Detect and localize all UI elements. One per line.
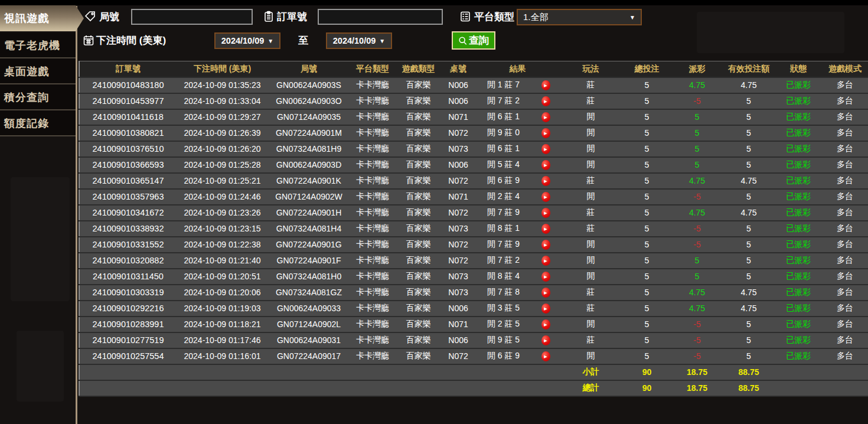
column-header-valid-bet: 有效投注額 xyxy=(722,61,775,77)
cell-bet-time: 2024-10-09 01:35:23 xyxy=(177,77,268,93)
cell-table-no: N072 xyxy=(441,348,475,364)
replay-video-icon[interactable]: ▶ xyxy=(541,240,550,250)
date-to-picker[interactable]: 2024/10/09 ▼ xyxy=(326,32,392,49)
replay-cell: ▶ xyxy=(531,77,560,93)
cell-total-bet: 5 xyxy=(622,205,672,221)
cell-valid-bet: 5 xyxy=(722,269,775,285)
replay-video-icon[interactable]: ▶ xyxy=(541,80,550,90)
replay-cell: ▶ xyxy=(531,237,560,253)
replay-video-icon[interactable]: ▶ xyxy=(541,96,550,106)
cell-valid-bet: 5 xyxy=(722,332,775,348)
cell-status: 已派彩 xyxy=(775,221,821,237)
cell-platform: 卡卡灣廳 xyxy=(350,109,396,125)
replay-video-icon[interactable]: ▶ xyxy=(541,335,550,345)
replay-video-icon[interactable]: ▶ xyxy=(541,256,550,266)
cell-table-no: N006 xyxy=(441,93,475,109)
date-range-to-label: 至 xyxy=(298,34,308,47)
round-no-label: 局號 xyxy=(99,10,119,24)
cell-order: 241009010320882 xyxy=(79,253,177,269)
replay-video-icon[interactable]: ▶ xyxy=(541,176,550,186)
cell-result: 閒 5 莊 4 xyxy=(475,157,531,173)
replay-video-icon[interactable]: ▶ xyxy=(541,144,550,154)
cell-play-type: 莊 xyxy=(560,205,622,221)
cell-game-mode: 多台 xyxy=(821,253,868,269)
cell-order: 241009010357963 xyxy=(79,189,177,205)
cell-valid-bet: 5 xyxy=(722,189,775,205)
cell-result: 閒 7 莊 9 xyxy=(475,205,531,221)
search-icon xyxy=(458,36,468,45)
replay-video-icon[interactable]: ▶ xyxy=(541,160,550,170)
replay-video-icon[interactable]: ▶ xyxy=(541,319,550,330)
cell-order: 241009010338932 xyxy=(79,221,177,237)
grand-total-label: 總計 xyxy=(560,380,622,396)
round-no-input[interactable] xyxy=(131,9,253,25)
column-header-total-bet: 總投注 xyxy=(622,61,672,77)
cell-status: 已派彩 xyxy=(775,109,821,125)
sidebar: 視訊遊戲 電子老虎機 桌面遊戲 積分查詢 額度記錄 xyxy=(0,5,76,136)
cell-order: 241009010453977 xyxy=(79,93,177,109)
cell-bet-time: 2024-10-09 01:29:27 xyxy=(177,109,268,125)
sidebar-item-table-games[interactable]: 桌面遊戲 xyxy=(0,58,76,84)
column-header-round: 局號 xyxy=(268,61,350,77)
search-button[interactable]: 查詢 xyxy=(452,31,495,50)
cell-game-type: 百家樂 xyxy=(396,205,441,221)
cell-bet-time: 2024-10-09 01:25:21 xyxy=(177,173,268,189)
replay-video-icon[interactable]: ▶ xyxy=(541,208,550,218)
cell-game-type: 百家樂 xyxy=(396,348,441,364)
background-ghost xyxy=(17,331,64,402)
replay-video-icon[interactable]: ▶ xyxy=(541,288,550,298)
cell-round: GN07324A081H9 xyxy=(268,141,350,157)
replay-cell: ▶ xyxy=(531,157,560,173)
cell-play-type: 閒 xyxy=(560,253,622,269)
cell-game-type: 百家樂 xyxy=(396,189,441,205)
cell-play-type: 莊 xyxy=(560,285,622,301)
cell-game-mode: 多台 xyxy=(821,205,868,221)
sidebar-item-points-query[interactable]: 積分查詢 xyxy=(0,84,76,110)
cell-platform: 卡卡灣廳 xyxy=(350,317,396,332)
cell-table-no: N072 xyxy=(441,253,475,269)
cell-platform: 卡卡灣廳 xyxy=(350,332,396,348)
cell-play-type: 莊 xyxy=(560,93,622,109)
cell-play-type: 閒 xyxy=(560,237,622,253)
replay-video-icon[interactable]: ▶ xyxy=(541,112,550,122)
cell-table-no: N006 xyxy=(441,77,475,93)
replay-video-icon[interactable]: ▶ xyxy=(541,304,550,314)
date-to-value: 2024/10/09 xyxy=(333,36,376,45)
order-no-input[interactable] xyxy=(318,9,443,25)
cell-payout: -5 xyxy=(672,189,722,205)
records-table-wrap: 訂單號 下注時間 (美東) 局號 平台類型 遊戲類型 桌號 結果 玩法 總投注 … xyxy=(79,61,868,397)
date-from-picker[interactable]: 2024/10/09 ▼ xyxy=(214,32,280,49)
cell-game-type: 百家樂 xyxy=(396,221,441,237)
replay-video-icon[interactable]: ▶ xyxy=(541,128,550,138)
platform-type-select[interactable]: 1.全部 ▼ xyxy=(517,9,642,25)
replay-video-icon[interactable]: ▶ xyxy=(541,224,550,234)
cell-bet-time: 2024-10-09 01:22:38 xyxy=(177,237,268,253)
subtotal-label: 小計 xyxy=(560,364,622,380)
cell-valid-bet: 5 xyxy=(722,221,775,237)
chevron-down-icon: ▼ xyxy=(267,38,273,44)
cell-platform: 卡卡灣廳 xyxy=(350,221,396,237)
cell-game-mode: 多台 xyxy=(821,93,868,109)
cell-platform: 卡卡灣廳 xyxy=(350,237,396,253)
replay-video-icon[interactable]: ▶ xyxy=(541,192,550,202)
cell-status: 已派彩 xyxy=(775,173,821,189)
replay-video-icon[interactable]: ▶ xyxy=(541,351,550,361)
replay-video-icon[interactable]: ▶ xyxy=(541,272,550,282)
sidebar-item-credit-records[interactable]: 額度記錄 xyxy=(0,110,76,136)
cell-valid-bet: 4.75 xyxy=(722,77,775,93)
cell-table-no: N073 xyxy=(441,269,475,285)
sidebar-item-video-games[interactable]: 視訊遊戲 xyxy=(0,5,84,31)
sidebar-item-slots[interactable]: 電子老虎機 xyxy=(0,32,76,58)
cell-status: 已派彩 xyxy=(775,189,821,205)
cell-bet-time: 2024-10-09 01:21:40 xyxy=(177,253,268,269)
cell-table-no: N073 xyxy=(441,141,475,157)
cell-valid-bet: 5 xyxy=(722,253,775,269)
cell-play-type: 莊 xyxy=(560,301,622,317)
cell-status: 已派彩 xyxy=(775,348,821,364)
cell-result: 閒 6 莊 1 xyxy=(475,141,531,157)
cell-valid-bet: 5 xyxy=(722,348,775,364)
replay-cell: ▶ xyxy=(531,348,560,364)
grand-total-total-bet: 90 xyxy=(622,380,672,396)
cell-bet-time: 2024-10-09 01:26:20 xyxy=(177,141,268,157)
cell-platform: 卡卡灣廳 xyxy=(350,253,396,269)
